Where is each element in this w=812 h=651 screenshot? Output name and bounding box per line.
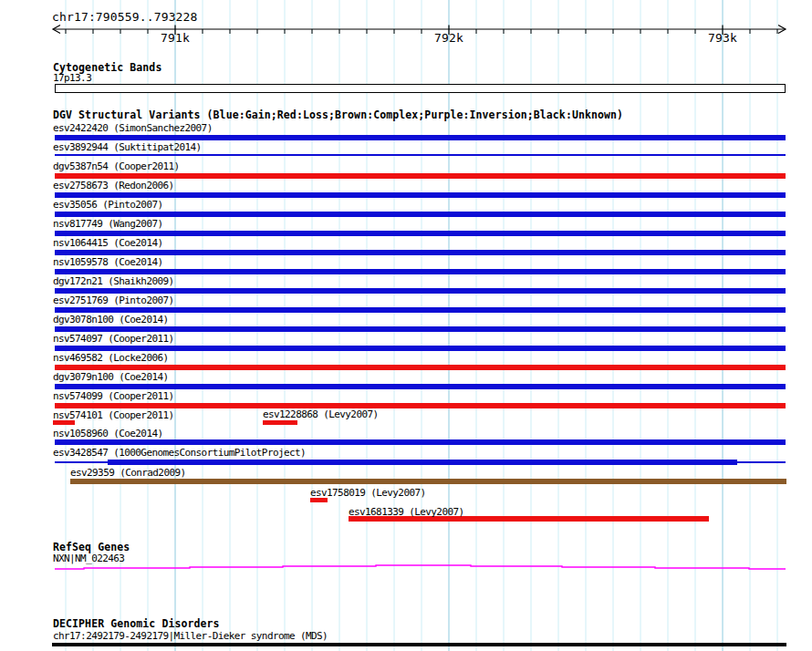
refseq-gene-line[interactable] — [55, 565, 786, 569]
variant-label[interactable]: dgv5387n54 (Cooper2011) — [53, 161, 180, 172]
section-title-decipher-genomic-disorders: DECIPHER Genomic Disorders — [53, 618, 220, 630]
variant-label[interactable]: nsv1058960 (Coe2014) — [53, 429, 162, 439]
decipher-entry-label: chr17:2492179-2492179|Miller-Dieker synd… — [53, 631, 328, 642]
variant-label[interactable]: dgv3079n100 (Coe2014) — [53, 372, 168, 383]
genome-browser-view: chr17:790559..793228 Cytogenetic Bands 1… — [0, 0, 812, 651]
variant-bar-gain[interactable] — [55, 439, 786, 445]
variant-label[interactable]: nsv574099 (Cooper2011) — [53, 391, 174, 402]
variant-label[interactable]: nsv1064415 (Coe2014) — [53, 238, 162, 249]
variant-bar-gain[interactable] — [55, 384, 786, 389]
variant-bar-gain[interactable] — [55, 154, 786, 156]
variant-label[interactable]: dgv172n21 (Shaikh2009) — [53, 276, 174, 287]
variant-label[interactable]: esv2758673 (Redon2006) — [53, 181, 174, 191]
variant-label[interactable]: esv2751769 (Pinto2007) — [53, 295, 174, 306]
variant-label[interactable]: esv2422420 (SimonSanchez2007) — [53, 123, 213, 134]
variant-label[interactable]: dgv3078n100 (Coe2014) — [53, 315, 168, 326]
variant-label[interactable]: esv35056 (Pinto2007) — [53, 200, 162, 211]
variant-bar-loss[interactable] — [263, 420, 297, 425]
variant-bar-gain[interactable] — [108, 460, 737, 465]
variant-bar-loss[interactable] — [55, 403, 786, 408]
ruler-tick-label: 793k — [708, 32, 737, 45]
decipher-region-bar[interactable] — [52, 643, 786, 646]
variant-bar-gain[interactable] — [55, 192, 786, 198]
region-coordinates: chr17:790559..793228 — [52, 11, 198, 24]
refseq-gene-label[interactable]: NXN|NM_022463 — [53, 553, 124, 564]
cytogenetic-band-box[interactable] — [55, 84, 786, 93]
variant-bar-loss[interactable] — [55, 173, 786, 179]
variant-label[interactable]: esv1681339 (Levy2007) — [349, 507, 463, 518]
variant-bar-gain[interactable] — [55, 326, 786, 332]
variant-bar-gain[interactable] — [55, 212, 786, 217]
variant-bar-gain[interactable] — [55, 231, 786, 236]
ruler-tick-label: 792k — [434, 32, 463, 45]
variant-label[interactable]: esv1758019 (Levy2007) — [310, 488, 425, 499]
variant-label[interactable]: esv3428547 (1000GenomesConsortiumPilotPr… — [53, 448, 306, 459]
ruler-tick-label: 791k — [161, 32, 190, 45]
variant-bar-gain[interactable] — [55, 269, 786, 274]
variant-bar-gain[interactable] — [55, 288, 786, 294]
variant-label[interactable]: esv3892944 (Suktitipat2014) — [53, 142, 202, 153]
variant-label[interactable]: nsv574101 (Cooper2011) — [53, 410, 174, 421]
variant-label[interactable]: nsv1059578 (Coe2014) — [53, 257, 162, 268]
variant-bar-gain[interactable] — [55, 346, 786, 351]
section-title-dgv-structural-variants: DGV Structural Variants (Blue:Gain;Red:L… — [53, 109, 623, 121]
variant-bar-loss[interactable] — [55, 365, 786, 370]
variant-bar-gain[interactable] — [55, 135, 786, 140]
variant-label[interactable]: nsv469582 (Locke2006) — [53, 353, 168, 364]
variant-label[interactable]: nsv574097 (Cooper2011) — [53, 334, 174, 345]
variant-label[interactable]: esv1228868 (Levy2007) — [263, 409, 378, 420]
variant-label[interactable]: nsv817749 (Wang2007) — [53, 219, 162, 230]
cytogenetic-band-label: 17p13.3 — [53, 73, 91, 84]
variant-bar-gain[interactable] — [55, 307, 786, 313]
variant-bar-complex[interactable] — [70, 479, 786, 484]
variant-bar-gain[interactable] — [55, 250, 786, 255]
variant-label[interactable]: esv29359 (Conrad2009) — [70, 468, 185, 479]
